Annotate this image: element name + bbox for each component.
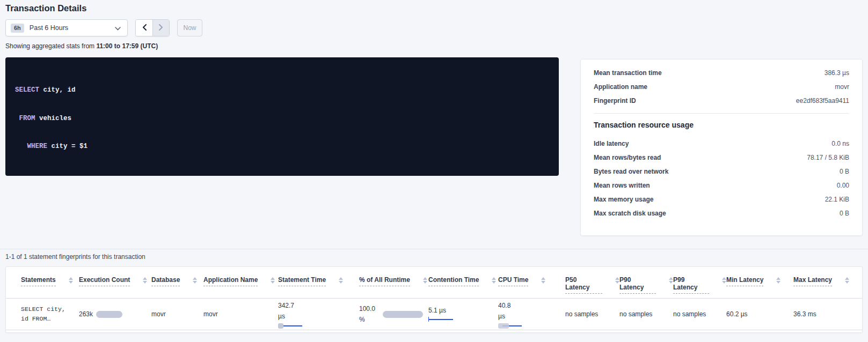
sql-keyword: FROM [19,115,35,122]
column-label: Execution Count [79,276,130,286]
summary-row-fingerprint-id: Fingerprint ID ee2df683f5aa9411 [594,94,849,108]
sort-icon[interactable] [271,276,275,284]
sort-icon[interactable] [776,276,781,284]
statements-table-header: Statements Execution Count Database Appl… [6,267,862,299]
min-latency-cell: 60.2 µs [726,310,793,318]
column-header-database[interactable]: Database [151,276,203,294]
summary-value: 0 B [840,168,849,175]
previous-timeframe-button[interactable] [136,20,152,36]
execution-count-value: 263k [79,310,93,318]
column-header-statements[interactable]: Statements [21,276,79,294]
column-label: P90 Latency [619,276,656,294]
execution-count-cell: 263k [79,310,151,318]
p99-latency-cell: no samples [673,310,726,318]
column-header-execution-count[interactable]: Execution Count [79,276,151,294]
summary-label: Mean rows/bytes read [594,154,661,161]
sort-icon[interactable] [193,276,197,284]
sort-icon[interactable] [339,276,343,284]
column-label: P50 Latency [565,276,602,294]
cpu-time-value: 40.8 [498,300,565,311]
summary-label: Fingerprint ID [594,97,636,105]
column-header-min-latency[interactable]: Min Latency [726,276,793,294]
summary-label: Idle latency [594,140,629,147]
summary-row-idle-latency: Idle latency 0.0 ns [594,137,849,151]
execution-count-bar [96,311,122,318]
column-header-p50-latency[interactable]: P50 Latency [565,276,619,294]
stddev-line [428,319,453,320]
column-header-percent-of-all-runtime[interactable]: % of All Runtime [359,276,428,294]
summary-value: movr [835,83,849,91]
transaction-summary-card: Mean transaction time 386.3 µs Applicati… [580,59,863,236]
time-picker: 6h Past 6 Hours Now [5,19,202,36]
summary-row-mean-rows-bytes-read: Mean rows/bytes read 78.17 / 5.8 KiB [594,151,849,165]
chevron-left-icon [142,24,147,32]
summary-value: 0.0 ns [831,140,849,147]
max-latency-cell: 36.3 ms [793,310,862,318]
column-label: Min Latency [726,276,763,286]
summary-value: 386.3 µs [825,69,849,77]
column-label: CPU Time [498,276,528,286]
summary-value: 78.17 / 5.8 KiB [807,154,849,161]
column-header-max-latency[interactable]: Max Latency [793,276,862,294]
chevron-down-icon [115,23,121,33]
column-header-contention-time[interactable]: Contention Time [428,276,498,294]
column-label: Max Latency [793,276,832,286]
sort-icon[interactable] [423,276,427,284]
summary-label: Application name [594,83,647,91]
time-range-badge: 6h [11,24,24,33]
time-step-buttons [135,19,170,36]
column-header-cpu-time[interactable]: CPU Time [498,276,565,294]
runtime-value: 100.0 [359,303,375,314]
sql-statement-box: SELECT city, id FROM vehicles WHERE city… [5,57,559,176]
chevron-right-icon [159,24,163,32]
column-header-p99-latency[interactable]: P99 Latency [673,276,726,294]
mean-bar [278,323,283,329]
sort-icon[interactable] [722,276,726,284]
runtime-cell: 100.0 % [359,303,428,325]
sql-line: FROM vehicles [15,114,549,124]
summary-label: Mean rows written [594,182,650,189]
next-timeframe-button[interactable] [152,20,169,36]
summary-row-mean-rows-written: Mean rows written 0.00 [594,179,849,192]
statement-line: SELECT city, [21,304,79,314]
transaction-details-page: Transaction Details 6h Past 6 Hours Now … [0,0,868,342]
summary-row-max-memory-usage: Max memory usage 22.1 KiB [594,192,849,206]
mean-bar [498,323,509,329]
summary-value: 0.00 [837,182,849,189]
p50-latency-cell: no samples [565,310,619,318]
sql-text: vehicles [35,115,72,122]
page-title: Transaction Details [5,3,86,13]
sort-icon[interactable] [541,276,545,284]
time-range-dropdown[interactable]: 6h Past 6 Hours [5,19,128,36]
statement-time-unit: µs [278,311,359,322]
sort-icon[interactable] [143,276,147,284]
column-label: Statements [21,276,56,286]
sql-keyword: WHERE [27,143,48,150]
column-header-p90-latency[interactable]: P90 Latency [619,276,673,294]
runtime-unit: % [359,314,375,325]
column-header-statement-time[interactable]: Statement Time [278,276,359,294]
sort-icon[interactable] [615,276,619,284]
caption-time-range: 11:00 to 17:59 (UTC) [96,42,158,50]
runtime-bar [383,311,423,318]
contention-time-bar [428,317,453,322]
column-header-application-name[interactable]: Application Name [203,276,278,294]
summary-value: ee2df683f5aa9411 [796,97,849,105]
now-button[interactable]: Now [177,19,202,36]
sql-text: city = $1 [47,143,87,150]
summary-row-bytes-read-over-network: Bytes read over network 0 B [594,165,849,179]
sort-icon[interactable] [669,276,673,284]
summary-value: 22.1 KiB [825,196,849,203]
statement-fingerprint-link[interactable]: SELECT city, id FROM… [21,304,79,324]
column-label: Application Name [203,276,258,286]
sort-icon[interactable] [845,276,849,284]
column-label: Database [151,276,180,286]
sql-text: city, id [39,86,76,94]
summary-label: Max memory usage [594,196,653,203]
sort-icon[interactable] [492,276,496,284]
column-label: P99 Latency [673,276,709,294]
contention-time-cell: 5.1 µs [428,307,498,322]
sql-line: SELECT city, id [15,86,549,95]
database-cell: movr [151,310,203,318]
sort-icon[interactable] [69,276,73,284]
